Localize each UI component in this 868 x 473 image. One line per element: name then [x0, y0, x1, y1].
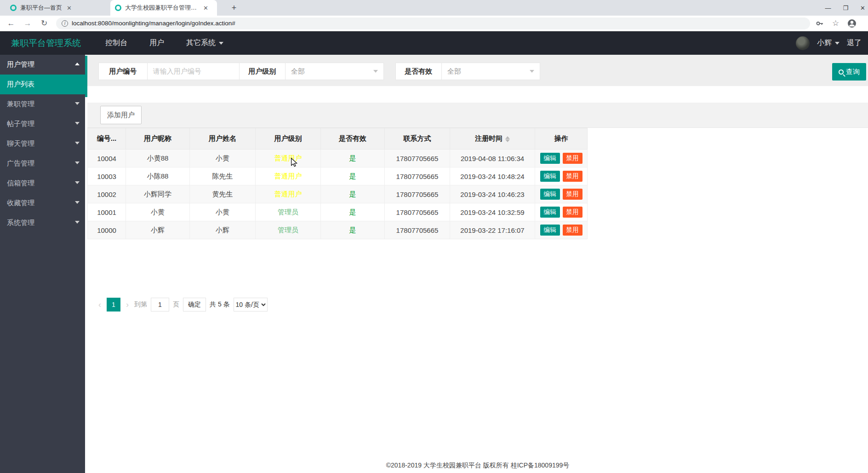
disable-button[interactable]: 禁用: [563, 153, 582, 164]
chevron-down-icon: [75, 162, 80, 164]
edit-button[interactable]: 编辑: [540, 171, 560, 182]
sidebar-item-收藏管理[interactable]: 收藏管理: [0, 193, 85, 213]
sidebar-item-帖子管理[interactable]: 帖子管理: [0, 114, 85, 134]
page-unit-label: 页: [173, 300, 179, 309]
column-header-用户姓名: 用户姓名: [190, 128, 256, 150]
table-row: 10002小辉同学黄先生普通用户是178077056652019-03-24 1…: [88, 185, 588, 203]
close-tab-icon[interactable]: ✕: [202, 5, 209, 12]
disable-button[interactable]: 禁用: [563, 189, 582, 200]
sidebar-item-兼职管理[interactable]: 兼职管理: [0, 94, 85, 114]
header-nav-控制台[interactable]: 控制台: [94, 38, 138, 48]
header-nav-其它系统[interactable]: 其它系统: [175, 38, 234, 48]
sidebar-item-广告管理[interactable]: 广告管理: [0, 154, 85, 173]
browser-tab-strip: 兼职平台—首页✕大学生校园兼职平台管理系统✕ + — ❐ ✕: [0, 0, 868, 16]
chevron-up-icon: [75, 63, 80, 65]
browser-tab[interactable]: 大学生校园兼职平台管理系统✕: [110, 0, 217, 16]
address-bar[interactable]: i localhost:8080/moonlighting/manager/lo…: [56, 17, 810, 29]
edit-button[interactable]: 编辑: [540, 153, 560, 164]
column-header-是否有效: 是否有效: [321, 128, 385, 150]
url-text: localhost:8080/moonlighting/manager/logi…: [72, 20, 235, 27]
cell-actions: 编辑禁用: [535, 167, 588, 185]
valid-label: 是否有效: [396, 63, 442, 80]
cell-nickname: 小陈88: [126, 167, 190, 185]
cell-register-time: 2019-03-24 10:46:23: [450, 185, 535, 203]
sidebar-item-label: 信箱管理: [7, 179, 34, 188]
disable-button[interactable]: 禁用: [563, 207, 582, 218]
key-icon[interactable]: [816, 19, 824, 28]
user-level-label: 用户级别: [240, 63, 286, 80]
cell-name: 小黄: [190, 150, 256, 167]
cell-phone: 17807705665: [385, 167, 450, 185]
page-info-icon[interactable]: i: [62, 20, 68, 27]
sidebar-item-聊天管理[interactable]: 聊天管理: [0, 134, 85, 154]
edit-button[interactable]: 编辑: [540, 225, 560, 236]
column-header-操作: 操作: [535, 128, 588, 150]
goto-confirm-button[interactable]: 确定: [183, 298, 206, 311]
cell-nickname: 小黄: [126, 203, 190, 221]
next-page-icon[interactable]: ›: [124, 300, 131, 310]
forward-icon[interactable]: →: [22, 19, 33, 28]
cell-id: 10001: [88, 203, 126, 221]
sidebar-item-系统管理[interactable]: 系统管理: [0, 213, 85, 233]
window-minimize-button[interactable]: —: [825, 5, 831, 12]
sidebar-item-label: 兼职管理: [7, 100, 34, 109]
cell-id: 10003: [88, 167, 126, 185]
prev-page-icon[interactable]: ‹: [97, 300, 103, 310]
sidebar-item-用户管理[interactable]: 用户管理: [0, 55, 85, 75]
user-level-select[interactable]: 全部: [286, 63, 383, 80]
table-row: 10001小黄小黄管理员是178077056652019-03-24 10:32…: [88, 203, 588, 221]
sidebar-item-label: 用户管理: [7, 60, 34, 69]
goto-page-input[interactable]: 1: [151, 298, 169, 311]
app-brand[interactable]: 兼职平台管理系统: [0, 37, 94, 49]
username-label: 小辉: [817, 38, 832, 48]
cell-valid: 是: [321, 203, 385, 221]
new-tab-button[interactable]: +: [228, 2, 240, 14]
chevron-down-icon: [373, 70, 378, 73]
sort-asc-icon[interactable]: [505, 136, 510, 139]
cell-level: 普通用户: [256, 167, 321, 185]
sort-icons[interactable]: [505, 136, 510, 142]
username-menu[interactable]: 小辉: [817, 38, 839, 48]
per-page-select[interactable]: 10 条/页: [234, 298, 268, 311]
add-user-button[interactable]: 添加用户: [100, 106, 142, 124]
current-page-button[interactable]: 1: [107, 298, 120, 311]
sidebar-item-信箱管理[interactable]: 信箱管理: [0, 173, 85, 193]
tab-title: 兼职平台—首页: [20, 4, 62, 12]
bookmark-star-icon[interactable]: ☆: [832, 18, 839, 28]
search-button[interactable]: 查询: [832, 63, 866, 81]
logout-link[interactable]: 退了: [847, 38, 862, 48]
cell-phone: 17807705665: [385, 150, 450, 167]
edit-button[interactable]: 编辑: [540, 207, 560, 218]
header-nav-用户[interactable]: 用户: [138, 38, 175, 48]
cell-phone: 17807705665: [385, 221, 450, 239]
close-tab-icon[interactable]: ✕: [66, 5, 73, 12]
user-level-value: 全部: [291, 67, 305, 76]
sort-desc-icon[interactable]: [505, 139, 510, 142]
cell-actions: 编辑禁用: [535, 203, 588, 221]
cell-level: 普通用户: [256, 150, 321, 167]
window-close-button[interactable]: ✕: [860, 5, 865, 12]
valid-select[interactable]: 全部: [442, 63, 540, 80]
filter-user-level: 用户级别 全部: [239, 63, 384, 80]
back-icon[interactable]: ←: [6, 19, 17, 28]
sidebar-item-label: 帖子管理: [7, 120, 34, 128]
sidebar-item-label: 收藏管理: [7, 199, 34, 208]
edit-button[interactable]: 编辑: [540, 189, 560, 200]
chevron-down-icon: [75, 122, 80, 125]
column-header-用户级别: 用户级别: [256, 128, 321, 150]
browser-tab[interactable]: 兼职平台—首页✕: [6, 0, 108, 16]
footer-copyright: ©2018-2019 大学生校园兼职平台 版权所有 桂ICP备18009199号: [87, 461, 868, 470]
user-avatar[interactable]: [796, 36, 810, 50]
sidebar-item-用户列表[interactable]: 用户列表: [0, 75, 85, 94]
filter-bar: 用户编号 请输入用户编号 用户级别 全部 是否有效 全部 查询: [87, 55, 868, 86]
main-content: 用户编号 请输入用户编号 用户级别 全部 是否有效 全部 查询 添加用户: [87, 55, 868, 473]
reload-icon[interactable]: ↻: [39, 18, 50, 28]
window-restore-button[interactable]: ❐: [843, 5, 848, 12]
browser-profile-icon[interactable]: [847, 19, 857, 28]
disable-button[interactable]: 禁用: [563, 171, 582, 182]
disable-button[interactable]: 禁用: [563, 225, 582, 236]
cell-nickname: 小辉同学: [126, 185, 190, 203]
cell-phone: 17807705665: [385, 185, 450, 203]
goto-label: 到第: [134, 300, 147, 309]
filter-valid: 是否有效 全部: [395, 63, 540, 80]
